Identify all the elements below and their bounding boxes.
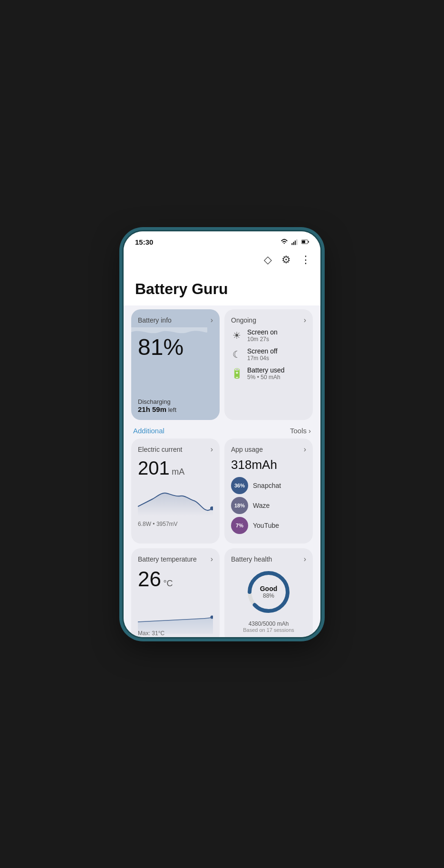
battery-health-header: Battery health › [231,555,306,563]
youtube-name: YouTube [253,522,279,529]
waze-name: Waze [253,502,270,509]
battery-status-text: Discharging 21h 59m left [138,398,213,413]
battery-info-arrow: › [211,316,213,324]
app-usage-header: App usage › [231,445,306,454]
youtube-badge: 7% [231,517,248,534]
battery-info-card[interactable]: Battery info › 81% Discharging 21h 59m l… [131,309,220,420]
battery-temp-value-row: 26 °C [138,567,213,591]
more-icon[interactable]: ⋮ [300,254,311,266]
svg-rect-1 [293,242,294,245]
sun-icon: ☀ [231,330,242,341]
ongoing-title: Ongoing [231,316,256,324]
temp-chart [138,596,213,634]
ongoing-card[interactable]: Ongoing › ☀ Screen on 10m 27s ☾ Screen [224,309,313,420]
battery-used-info: Battery used 5% • 50 mAh [247,366,285,381]
screen-off-row: ☾ Screen off 17m 04s [231,347,306,362]
electric-current-subinfo: 6.8W • 3957mV [138,521,213,527]
list-item: 36% Snapchat [231,477,306,494]
additional-link[interactable]: Additional [133,427,164,435]
svg-rect-3 [296,239,297,245]
electric-current-title: Electric current [138,446,182,453]
electric-current-card[interactable]: Electric current › 201 mA [131,439,220,544]
moon-icon: ☾ [231,349,242,360]
status-time: 15:30 [135,238,153,246]
screen-on-info: Screen on 10m 27s [247,328,278,343]
health-label: Good 88% [260,585,278,599]
list-item: 7% YouTube [231,517,306,534]
screen[interactable]: 15:30 [124,231,320,637]
app-usage-title: App usage [231,446,263,453]
settings-icon[interactable]: ⚙ [281,254,291,266]
battery-percent: 81% [138,334,213,360]
battery-health-card[interactable]: Battery health › Good [224,548,313,637]
screen-on-label: Screen on [247,328,278,336]
health-circle: Good 88% [245,568,292,616]
status-bar: 15:30 [124,231,320,250]
svg-rect-2 [295,240,296,245]
main-content: Battery info › 81% Discharging 21h 59m l… [124,305,320,637]
electric-current-value-row: 201 mA [138,458,213,479]
top-cards-row: Battery info › 81% Discharging 21h 59m l… [131,309,313,420]
app-usage-arrow: › [304,445,306,454]
health-sessions: Based on 17 sessions [231,627,306,633]
bottom-cards-row: Battery temperature › 26 °C [131,548,313,637]
battery-temp-unit: °C [163,579,173,588]
links-row: Additional Tools › [131,425,313,439]
health-status: Good [260,585,278,592]
screen-off-info: Screen off 17m 04s [247,347,278,362]
battery-info-header: Battery info › [138,316,213,324]
health-circle-container: Good 88% [231,568,306,616]
battery-temp-value: 26 [138,567,161,591]
ongoing-arrow: › [304,316,306,324]
screen-on-row: ☀ Screen on 10m 27s [231,328,306,343]
phone-frame: 15:30 [122,230,322,639]
battery-temp-title: Battery temperature [138,555,197,563]
battery-temp-header: Battery temperature › [138,555,213,563]
battery-info-title: Battery info [138,316,172,324]
screen-off-label: Screen off [247,347,278,355]
app-usage-card[interactable]: App usage › 318mAh 36% Snapchat 18% Waze [224,439,313,544]
battery-health-arrow: › [304,555,306,563]
electric-current-header: Electric current › [138,445,213,454]
battery-temp-arrow: › [211,555,213,563]
svg-rect-0 [291,243,292,245]
screen-on-value: 10m 27s [247,336,278,343]
battery-temp-max: Max: 31°C [138,630,164,637]
battery-temp-card[interactable]: Battery temperature › 26 °C [131,548,220,637]
snapchat-badge: 36% [231,477,248,494]
app-usage-value: 318mAh [231,458,306,472]
app-title: Battery Guru [124,271,320,305]
screen-off-value: 17m 04s [247,355,278,362]
wifi-icon [280,238,288,246]
middle-cards-row: Electric current › 201 mA [131,439,313,544]
waze-badge: 18% [231,497,248,514]
battery-health-title: Battery health [231,555,272,563]
electric-current-value: 201 [138,458,170,478]
electric-current-chart [138,483,213,516]
status-icons [280,238,309,246]
battery-icon [301,238,309,246]
battery-time: 21h 59m [138,405,166,413]
svg-rect-6 [302,240,305,243]
app-list: 36% Snapchat 18% Waze 7% YouTube [231,477,306,534]
ongoing-header: Ongoing › [231,316,306,324]
svg-rect-5 [308,241,309,242]
battery-used-icon: 🔋 [231,368,242,379]
diamond-icon[interactable]: ◇ [264,254,272,266]
battery-wave [131,327,207,337]
electric-current-arrow: › [211,445,213,454]
battery-used-row: 🔋 Battery used 5% • 50 mAh [231,366,306,381]
list-item: 18% Waze [231,497,306,514]
toolbar: ◇ ⚙ ⋮ [124,250,320,271]
tools-link[interactable]: Tools › [290,427,311,435]
health-capacity: 4380/5000 mAh [231,620,306,627]
health-percent: 88% [260,592,278,599]
snapchat-name: Snapchat [253,482,281,489]
signal-icon [291,238,299,246]
electric-current-unit: mA [172,467,184,477]
battery-used-label: Battery used [247,366,285,374]
battery-used-value: 5% • 50 mAh [247,374,285,381]
